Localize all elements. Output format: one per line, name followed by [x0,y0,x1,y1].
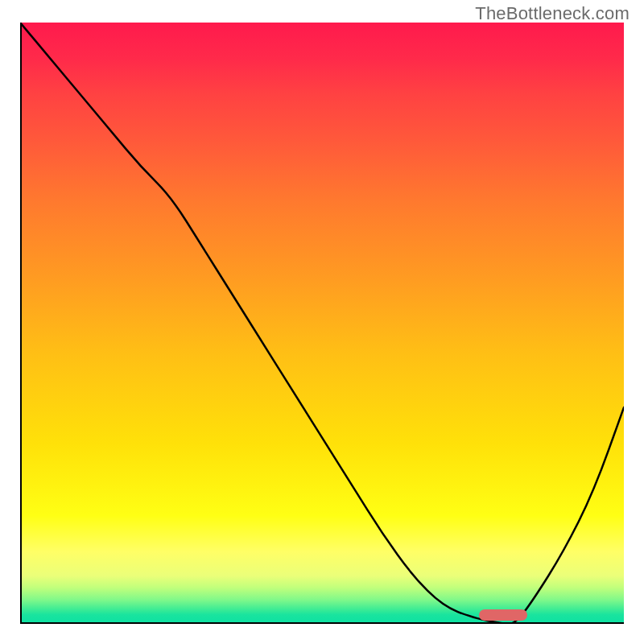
watermark-text: TheBottleneck.com [475,3,630,24]
optimal-range-marker [479,609,527,621]
bottleneck-curve [20,23,624,624]
chart-container: TheBottleneck.com [0,0,644,644]
